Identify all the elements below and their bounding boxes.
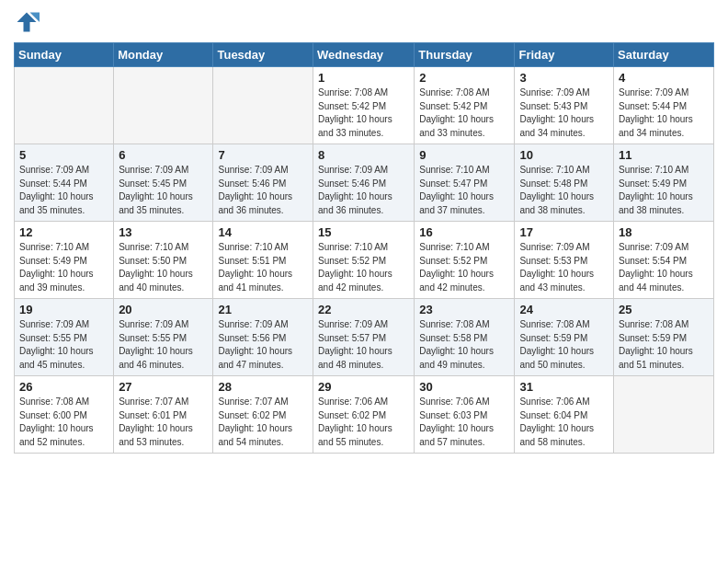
calendar-cell: 19Sunrise: 7:09 AM Sunset: 5:55 PM Dayli… [15,299,114,376]
day-number: 12 [19,225,108,239]
day-info: Sunrise: 7:09 AM Sunset: 5:56 PM Dayligh… [218,318,308,372]
day-info: Sunrise: 7:10 AM Sunset: 5:52 PM Dayligh… [419,241,509,294]
calendar-cell: 29Sunrise: 7:06 AM Sunset: 6:02 PM Dayli… [313,376,415,454]
calendar-cell: 17Sunrise: 7:09 AM Sunset: 5:53 PM Dayli… [515,222,614,299]
calendar-cell: 13Sunrise: 7:10 AM Sunset: 5:50 PM Dayli… [114,222,213,299]
calendar-cell: 31Sunrise: 7:06 AM Sunset: 6:04 PM Dayli… [515,376,614,454]
calendar-cell: 28Sunrise: 7:07 AM Sunset: 6:02 PM Dayli… [213,376,313,454]
day-info: Sunrise: 7:09 AM Sunset: 5:55 PM Dayligh… [19,318,108,372]
day-number: 11 [619,148,709,162]
day-info: Sunrise: 7:09 AM Sunset: 5:54 PM Dayligh… [619,241,709,294]
day-number: 3 [519,71,609,85]
calendar-cell: 1Sunrise: 7:08 AM Sunset: 5:42 PM Daylig… [313,67,415,144]
calendar-cell: 10Sunrise: 7:10 AM Sunset: 5:48 PM Dayli… [515,144,614,222]
calendar-cell: 26Sunrise: 7:08 AM Sunset: 6:00 PM Dayli… [15,376,114,454]
day-info: Sunrise: 7:10 AM Sunset: 5:50 PM Dayligh… [119,241,208,294]
calendar-cell: 24Sunrise: 7:08 AM Sunset: 5:59 PM Dayli… [515,299,614,376]
day-info: Sunrise: 7:08 AM Sunset: 5:59 PM Dayligh… [619,318,709,372]
calendar-cell: 15Sunrise: 7:10 AM Sunset: 5:52 PM Dayli… [313,222,415,299]
day-info: Sunrise: 7:10 AM Sunset: 5:47 PM Dayligh… [419,164,509,217]
calendar-cell: 12Sunrise: 7:10 AM Sunset: 5:49 PM Dayli… [15,222,114,299]
day-number: 23 [419,303,509,316]
day-number: 31 [519,380,609,394]
day-info: Sunrise: 7:08 AM Sunset: 5:58 PM Dayligh… [419,318,509,372]
day-info: Sunrise: 7:10 AM Sunset: 5:48 PM Dayligh… [519,164,609,217]
day-info: Sunrise: 7:08 AM Sunset: 5:42 PM Dayligh… [318,86,409,140]
day-info: Sunrise: 7:08 AM Sunset: 5:42 PM Dayligh… [419,86,509,140]
calendar-cell: 2Sunrise: 7:08 AM Sunset: 5:42 PM Daylig… [415,67,515,144]
calendar-cell: 25Sunrise: 7:08 AM Sunset: 5:59 PM Dayli… [614,299,714,376]
logo [14,9,43,35]
day-number: 16 [419,225,509,239]
column-header-tuesday: Tuesday [213,43,313,67]
column-header-monday: Monday [114,43,213,67]
column-header-thursday: Thursday [415,43,515,67]
day-number: 8 [318,148,409,162]
calendar-cell [114,67,213,144]
day-info: Sunrise: 7:06 AM Sunset: 6:02 PM Dayligh… [318,396,409,449]
day-number: 30 [419,380,509,394]
day-number: 7 [218,148,308,162]
calendar-header-row: SundayMondayTuesdayWednesdayThursdayFrid… [15,43,714,67]
calendar-cell [15,67,114,144]
day-info: Sunrise: 7:09 AM Sunset: 5:46 PM Dayligh… [218,164,308,217]
column-header-sunday: Sunday [15,43,114,67]
header [14,9,714,35]
calendar-week-row: 1Sunrise: 7:08 AM Sunset: 5:42 PM Daylig… [15,67,714,144]
day-info: Sunrise: 7:07 AM Sunset: 6:01 PM Dayligh… [119,396,208,449]
calendar-table: SundayMondayTuesdayWednesdayThursdayFrid… [14,42,714,454]
day-number: 13 [119,225,208,239]
day-info: Sunrise: 7:09 AM Sunset: 5:43 PM Dayligh… [519,86,609,140]
calendar-cell: 23Sunrise: 7:08 AM Sunset: 5:58 PM Dayli… [415,299,515,376]
calendar-cell: 11Sunrise: 7:10 AM Sunset: 5:49 PM Dayli… [614,144,714,222]
calendar-cell: 20Sunrise: 7:09 AM Sunset: 5:55 PM Dayli… [114,299,213,376]
calendar-cell: 22Sunrise: 7:09 AM Sunset: 5:57 PM Dayli… [313,299,415,376]
logo-icon [14,9,40,35]
day-info: Sunrise: 7:09 AM Sunset: 5:55 PM Dayligh… [119,318,208,372]
calendar-cell: 4Sunrise: 7:09 AM Sunset: 5:44 PM Daylig… [614,67,714,144]
day-number: 6 [119,148,208,162]
day-info: Sunrise: 7:09 AM Sunset: 5:46 PM Dayligh… [318,164,409,217]
day-number: 10 [519,148,609,162]
column-header-saturday: Saturday [614,43,714,67]
day-number: 28 [218,380,308,394]
calendar-cell: 5Sunrise: 7:09 AM Sunset: 5:44 PM Daylig… [15,144,114,222]
day-number: 17 [519,225,609,239]
day-info: Sunrise: 7:09 AM Sunset: 5:53 PM Dayligh… [519,241,609,294]
day-number: 20 [119,303,208,316]
day-info: Sunrise: 7:09 AM Sunset: 5:45 PM Dayligh… [119,164,208,217]
day-number: 21 [218,303,308,316]
calendar-cell: 6Sunrise: 7:09 AM Sunset: 5:45 PM Daylig… [114,144,213,222]
calendar-cell: 16Sunrise: 7:10 AM Sunset: 5:52 PM Dayli… [415,222,515,299]
day-number: 15 [318,225,409,239]
day-number: 4 [619,71,709,85]
day-number: 2 [419,71,509,85]
calendar-week-row: 12Sunrise: 7:10 AM Sunset: 5:49 PM Dayli… [15,222,714,299]
day-info: Sunrise: 7:06 AM Sunset: 6:04 PM Dayligh… [519,396,609,449]
calendar-cell: 7Sunrise: 7:09 AM Sunset: 5:46 PM Daylig… [213,144,313,222]
day-info: Sunrise: 7:09 AM Sunset: 5:44 PM Dayligh… [619,86,709,140]
calendar-cell: 30Sunrise: 7:06 AM Sunset: 6:03 PM Dayli… [415,376,515,454]
calendar-week-row: 26Sunrise: 7:08 AM Sunset: 6:00 PM Dayli… [15,376,714,454]
day-info: Sunrise: 7:08 AM Sunset: 5:59 PM Dayligh… [519,318,609,372]
day-number: 29 [318,380,409,394]
calendar-cell: 27Sunrise: 7:07 AM Sunset: 6:01 PM Dayli… [114,376,213,454]
calendar-page: SundayMondayTuesdayWednesdayThursdayFrid… [0,0,728,467]
day-info: Sunrise: 7:10 AM Sunset: 5:49 PM Dayligh… [619,164,709,217]
day-number: 19 [19,303,108,316]
day-number: 22 [318,303,409,316]
day-number: 27 [119,380,208,394]
column-header-friday: Friday [515,43,614,67]
calendar-week-row: 19Sunrise: 7:09 AM Sunset: 5:55 PM Dayli… [15,299,714,376]
day-number: 5 [19,148,108,162]
calendar-cell [213,67,313,144]
day-number: 26 [19,380,108,394]
day-info: Sunrise: 7:10 AM Sunset: 5:52 PM Dayligh… [318,241,409,294]
calendar-cell: 14Sunrise: 7:10 AM Sunset: 5:51 PM Dayli… [213,222,313,299]
calendar-cell: 21Sunrise: 7:09 AM Sunset: 5:56 PM Dayli… [213,299,313,376]
calendar-week-row: 5Sunrise: 7:09 AM Sunset: 5:44 PM Daylig… [15,144,714,222]
day-info: Sunrise: 7:07 AM Sunset: 6:02 PM Dayligh… [218,396,308,449]
calendar-cell: 9Sunrise: 7:10 AM Sunset: 5:47 PM Daylig… [415,144,515,222]
calendar-cell [614,376,714,454]
day-number: 18 [619,225,709,239]
